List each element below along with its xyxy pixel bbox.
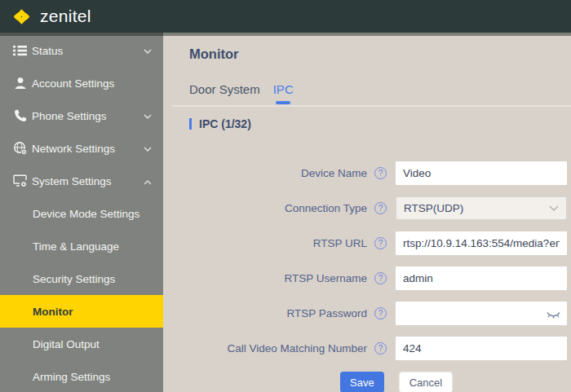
sidebar-item-system-settings[interactable]: System Settings [0, 165, 163, 197]
sidebar-item-label: Status [32, 45, 63, 57]
zenitel-logo-icon [11, 6, 33, 28]
sidebar-item-time-language[interactable]: Time & Language [0, 230, 163, 262]
cancel-button[interactable]: Cancel [399, 372, 453, 392]
form-row-call-video-matching-number: Call Video Matching Number [189, 337, 571, 360]
sidebar-item-label: Phone Settings [32, 110, 107, 122]
field-label: RTSP Password [189, 307, 367, 319]
help-icon[interactable] [374, 307, 387, 319]
sidebar-item-label: Device Mode Settings [33, 208, 139, 220]
help-icon[interactable] [374, 167, 387, 179]
field-label: Connection Type [189, 202, 367, 214]
tab-bar: Door System IPC [189, 82, 571, 104]
sidebar-item-label: Network Settings [32, 143, 115, 155]
chevron-down-icon [549, 205, 559, 212]
form-row-rtsp-username: RTSP Username [189, 266, 571, 290]
ipc-form: Device Name Connection Type RTSP(UDP) RT… [189, 161, 571, 392]
phone-icon [12, 108, 28, 124]
rtsp-url-input[interactable] [396, 231, 567, 255]
system-monitor-gear-icon [12, 174, 28, 189]
chevron-down-icon [144, 110, 152, 122]
device-name-input[interactable] [396, 161, 567, 185]
field-label: RTSP Username [189, 272, 367, 284]
form-row-connection-type: Connection Type RTSP(UDP) [189, 196, 571, 220]
tab-door-system[interactable]: Door System [189, 82, 260, 104]
sidebar-item-account-settings[interactable]: Account Settings [0, 67, 163, 99]
section-accent-bar [189, 118, 192, 130]
rtsp-username-input[interactable] [396, 266, 567, 290]
chevron-up-icon [144, 175, 152, 187]
form-row-device-name: Device Name [189, 161, 571, 185]
sidebar-item-label: Security Settings [33, 273, 115, 285]
page-title: Monitor [189, 46, 571, 62]
user-icon [12, 76, 28, 91]
field-label: Device Name [189, 167, 367, 179]
section-title: IPC (1/32) [199, 117, 251, 130]
status-list-icon [12, 43, 28, 59]
help-icon[interactable] [374, 237, 387, 249]
tab-ipc[interactable]: IPC [273, 82, 294, 104]
tab-label: Door System [189, 82, 260, 96]
sidebar-item-security-settings[interactable]: Security Settings [0, 262, 163, 295]
help-icon[interactable] [374, 202, 387, 214]
help-icon[interactable] [374, 272, 387, 284]
network-globe-gear-icon [12, 141, 28, 156]
form-row-rtsp-password: RTSP Password [189, 302, 571, 325]
sidebar-item-monitor[interactable]: Monitor [0, 295, 163, 328]
tab-divider [172, 105, 571, 107]
main-content: Monitor Door System IPC IPC (1/32) Devic… [163, 33, 571, 392]
sidebar-item-digital-output[interactable]: Digital Output [0, 328, 163, 360]
save-button[interactable]: Save [340, 372, 384, 392]
sidebar-item-status[interactable]: Status [0, 34, 163, 67]
sidebar-item-label: Account Settings [32, 77, 114, 90]
sidebar-item-label: Digital Output [33, 338, 100, 350]
selected-option: RTSP(UDP) [404, 202, 463, 214]
rtsp-password-input[interactable] [396, 302, 567, 325]
sidebar-item-label: Arming Settings [33, 371, 110, 383]
sidebar-item-phone-settings[interactable]: Phone Settings [0, 99, 163, 132]
field-label: Call Video Matching Number [189, 342, 367, 355]
app-header: zenitel [0, 0, 571, 33]
chevron-down-icon [144, 45, 152, 57]
section-header: IPC (1/32) [189, 117, 571, 130]
sidebar-item-label: Time & Language [33, 240, 119, 253]
form-row-rtsp-url: RTSP URL [189, 231, 571, 255]
brand-name: zenitel [40, 7, 91, 26]
eye-closed-icon[interactable] [547, 309, 560, 324]
sidebar-item-device-mode-settings[interactable]: Device Mode Settings [0, 197, 163, 230]
sidebar-item-label: Monitor [33, 306, 73, 318]
sidebar-item-arming-settings[interactable]: Arming Settings [0, 360, 163, 392]
chevron-down-icon [144, 143, 152, 155]
sidebar-item-network-settings[interactable]: Network Settings [0, 132, 163, 165]
tab-underline [276, 101, 290, 104]
tab-label: IPC [273, 82, 294, 96]
connection-type-select[interactable]: RTSP(UDP) [396, 196, 567, 220]
sidebar-item-label: System Settings [32, 175, 112, 187]
form-actions: Save Cancel [189, 372, 571, 392]
field-label: RTSP URL [189, 237, 367, 249]
help-icon[interactable] [374, 342, 387, 355]
sidebar-nav: Status Account Settings Phone Settings [0, 33, 163, 392]
call-video-matching-number-input[interactable] [396, 337, 567, 360]
